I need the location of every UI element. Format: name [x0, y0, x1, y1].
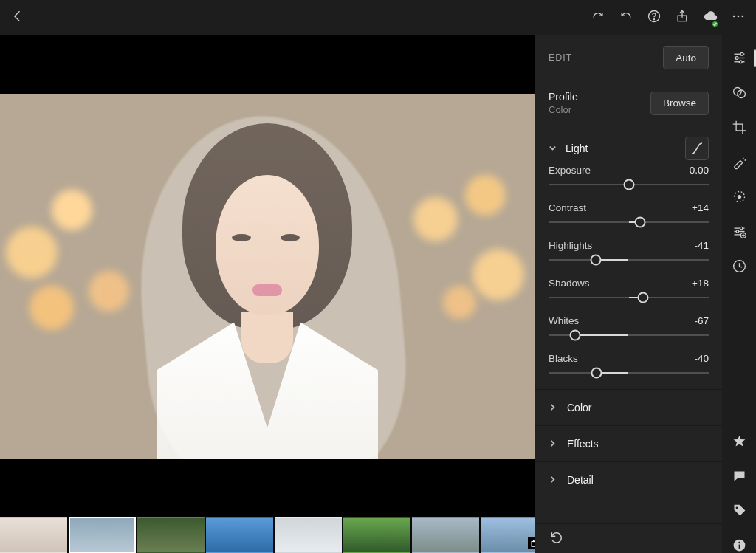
chevron-right-icon: [549, 474, 557, 486]
profile-value: Color: [549, 104, 578, 115]
highlights-track[interactable]: [549, 254, 709, 266]
browse-profile-button[interactable]: Browse: [650, 92, 709, 115]
highlights-slider[interactable]: Highlights-41: [549, 240, 709, 266]
info-tool[interactable]: [722, 537, 756, 553]
filmstrip-thumb[interactable]: [481, 517, 535, 553]
shadows-label: Shadows: [549, 278, 590, 289]
highlights-label: Highlights: [549, 240, 592, 251]
edit-sliders-tool[interactable]: [722, 50, 756, 66]
blacks-track[interactable]: [549, 367, 709, 379]
svg-point-12: [735, 57, 738, 60]
image-canvas[interactable]: [0, 35, 535, 517]
contrast-value: +14: [692, 202, 709, 213]
detail-section-header[interactable]: Detail: [535, 462, 722, 498]
svg-point-4: [733, 16, 735, 18]
highlights-knob[interactable]: [591, 255, 602, 266]
svg-point-18: [744, 159, 746, 161]
effects-section-header[interactable]: Effects: [535, 426, 722, 462]
stack-icon: [528, 537, 535, 549]
blacks-label: Blacks: [549, 353, 578, 364]
tool-rail: [722, 35, 756, 553]
svg-point-17: [742, 157, 743, 159]
blacks-value: -40: [694, 353, 709, 364]
exposure-label: Exposure: [549, 165, 591, 176]
contrast-label: Contrast: [549, 202, 586, 213]
sync-ok-badge: [711, 20, 719, 28]
svg-rect-16: [734, 160, 743, 169]
svg-point-20: [737, 195, 740, 199]
contrast-slider[interactable]: Contrast+14: [549, 202, 709, 228]
contrast-track[interactable]: [549, 216, 709, 228]
panel-title: EDIT: [549, 52, 572, 63]
filmstrip-thumb[interactable]: [343, 517, 410, 553]
highlights-value: -41: [694, 240, 709, 251]
filmstrip[interactable]: [0, 517, 535, 553]
light-label: Light: [566, 142, 588, 154]
chevron-right-icon: [549, 402, 557, 413]
color-section-header[interactable]: Color: [535, 390, 722, 426]
color-label: Color: [567, 402, 591, 413]
light-section: Light Exposure0.00Contrast+14Highlights-…: [535, 126, 722, 390]
whites-label: Whites: [549, 315, 579, 326]
help-button[interactable]: [647, 9, 662, 27]
reset-bar: [535, 523, 722, 553]
svg-point-24: [740, 227, 743, 230]
filmstrip-thumb[interactable]: [0, 517, 67, 553]
more-button[interactable]: [731, 9, 746, 27]
filmstrip-thumb[interactable]: [137, 517, 205, 553]
svg-marker-30: [733, 436, 745, 447]
filmstrip-thumb[interactable]: [275, 517, 342, 553]
undo-button[interactable]: [619, 9, 633, 27]
share-button[interactable]: [675, 9, 690, 27]
svg-point-11: [740, 52, 743, 55]
svg-point-13: [739, 61, 742, 63]
effects-label: Effects: [567, 438, 599, 450]
shadows-value: +18: [692, 278, 709, 289]
filmstrip-thumb[interactable]: [206, 517, 273, 553]
masking-tool[interactable]: [722, 189, 756, 205]
whites-knob[interactable]: [569, 330, 580, 341]
healing-brush-tool[interactable]: [722, 154, 756, 170]
rating-tool[interactable]: [722, 433, 756, 449]
contrast-knob[interactable]: [634, 217, 645, 228]
svg-point-31: [735, 507, 738, 509]
exposure-slider[interactable]: Exposure0.00: [549, 165, 709, 190]
whites-track[interactable]: [549, 329, 709, 341]
svg-rect-34: [738, 545, 740, 549]
filmstrip-thumb[interactable]: [412, 517, 479, 553]
profile-label: Profile: [549, 91, 578, 103]
shadows-track[interactable]: [549, 292, 709, 303]
keywords-tool[interactable]: [722, 503, 756, 518]
edited-photo: [0, 94, 535, 459]
edit-panel: EDIT Auto Profile Color Browse Light Exp…: [535, 35, 722, 553]
svg-point-33: [738, 542, 740, 543]
svg-point-25: [736, 230, 739, 233]
redo-button[interactable]: [591, 9, 605, 27]
chevron-right-icon: [549, 438, 557, 450]
exposure-knob[interactable]: [623, 179, 634, 190]
svg-point-6: [742, 16, 744, 18]
cloud-sync-button[interactable]: [703, 9, 718, 27]
blacks-knob[interactable]: [591, 368, 602, 379]
selective-edit-tool[interactable]: [722, 224, 756, 239]
shadows-slider[interactable]: Shadows+18: [549, 278, 709, 303]
exposure-track[interactable]: [549, 179, 709, 190]
detail-label: Detail: [567, 474, 594, 486]
reset-button[interactable]: [549, 530, 565, 547]
whites-value: -67: [694, 315, 709, 326]
whites-slider[interactable]: Whites-67: [549, 315, 709, 341]
shadows-knob[interactable]: [638, 292, 649, 303]
tone-curve-button[interactable]: [685, 137, 709, 160]
svg-point-1: [654, 19, 655, 20]
svg-point-5: [738, 16, 740, 18]
versions-tool[interactable]: [722, 258, 756, 274]
filmstrip-thumb[interactable]: [69, 517, 136, 553]
blacks-slider[interactable]: Blacks-40: [549, 353, 709, 379]
chevron-down-icon[interactable]: [549, 143, 557, 154]
crop-tool[interactable]: [722, 120, 756, 135]
exposure-value: 0.00: [690, 165, 709, 176]
back-button[interactable]: [10, 9, 25, 27]
comments-tool[interactable]: [722, 468, 756, 484]
presets-tool[interactable]: [722, 85, 756, 100]
auto-button[interactable]: Auto: [663, 46, 709, 69]
